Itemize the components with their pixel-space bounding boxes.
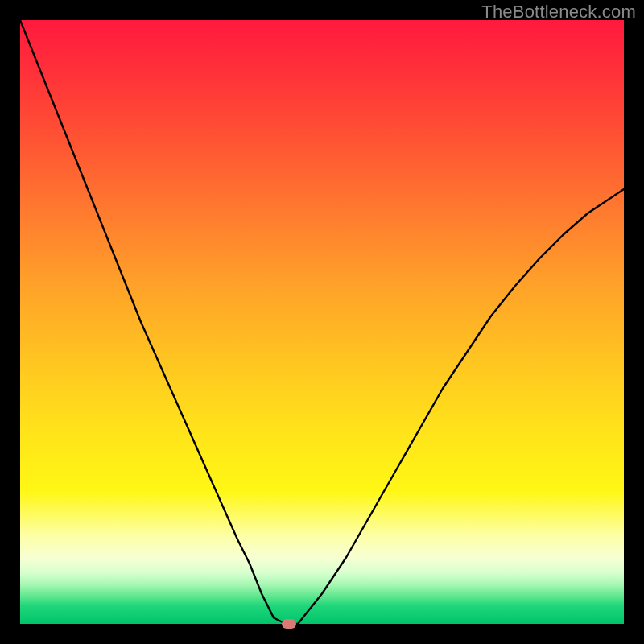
chart-frame: TheBottleneck.com [0,0,644,644]
curve-path [20,20,624,624]
optimum-marker [282,619,296,629]
watermark-text: TheBottleneck.com [481,2,636,23]
bottleneck-curve [20,20,624,624]
